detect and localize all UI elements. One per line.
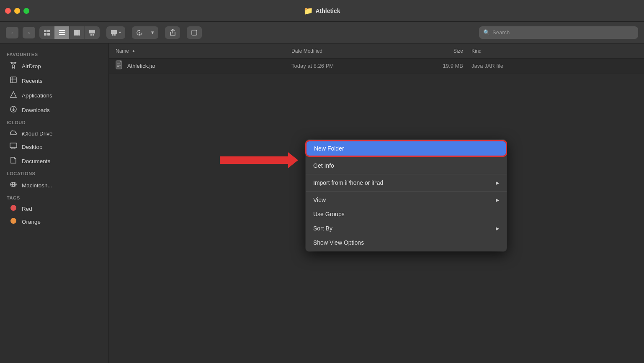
search-icon: 🔍	[483, 29, 490, 36]
file-area: Name ▲ Date Modified Size Kind	[109, 43, 644, 363]
forward-button[interactable]: ›	[23, 27, 35, 38]
icloud-label: iCloud	[0, 118, 108, 127]
svg-rect-0	[44, 30, 46, 32]
sidebar: Favourites AirDrop Recents	[0, 43, 109, 363]
context-menu-divider	[306, 191, 507, 192]
svg-rect-11	[90, 34, 92, 36]
column-view-button[interactable]	[70, 26, 85, 39]
action-button[interactable]	[132, 26, 147, 39]
svg-rect-12	[93, 34, 94, 36]
action-chevron-button[interactable]: ▾	[147, 26, 158, 39]
svg-rect-4	[59, 30, 65, 31]
context-menu-item-get-info[interactable]: Get Info	[306, 158, 507, 173]
context-menu-item-label: Import from iPhone or iPad	[313, 179, 383, 186]
red-tag-icon	[9, 205, 18, 212]
view-mode-buttons	[39, 26, 100, 39]
svg-rect-1	[47, 30, 50, 32]
toolbar: ‹ ›	[0, 22, 644, 43]
maximize-button[interactable]	[23, 8, 29, 14]
svg-point-20	[12, 65, 15, 67]
gallery-options-button[interactable]: ▾	[106, 26, 125, 39]
sidebar-item-documents[interactable]: Documents	[3, 154, 106, 168]
context-menu-item-import-iphone[interactable]: Import from iPhone or iPad ▶	[306, 176, 507, 190]
submenu-arrow-icon: ▶	[496, 226, 499, 231]
tags-label: Tags	[0, 193, 108, 202]
window-controls	[5, 8, 29, 14]
folder-icon: 📁	[304, 6, 313, 15]
action-group: ▾	[132, 26, 158, 39]
sidebar-item-label: Downloads	[22, 107, 50, 113]
sidebar-item-airdrop[interactable]: AirDrop	[3, 59, 106, 73]
chevron-down-icon: ▾	[151, 29, 154, 36]
icloud-drive-icon	[9, 130, 18, 137]
sidebar-item-icloud-drive[interactable]: iCloud Drive	[3, 127, 106, 140]
column-headers: Name ▲ Date Modified Size Kind	[109, 43, 644, 59]
file-date: Today at 8:26 PM	[291, 63, 396, 69]
svg-point-16	[139, 32, 140, 33]
file-kind: Java JAR file	[471, 63, 637, 69]
search-input[interactable]	[492, 29, 634, 36]
col-header-kind[interactable]: Kind	[471, 48, 637, 54]
sort-arrow-icon: ▲	[131, 49, 136, 53]
svg-rect-2	[44, 33, 46, 36]
sidebar-item-label: Red	[22, 206, 32, 212]
list-view-button[interactable]	[54, 26, 70, 39]
col-header-date[interactable]: Date Modified	[291, 48, 396, 54]
gallery-view-button[interactable]	[85, 26, 100, 39]
title-bar: 📁 Athletick	[0, 0, 644, 22]
sidebar-item-label: Macintosh...	[22, 182, 52, 189]
svg-rect-7	[74, 30, 76, 36]
window-title-area: 📁 Athletick	[304, 6, 340, 15]
svg-rect-25	[10, 143, 17, 148]
macintosh-icon	[9, 181, 18, 190]
sidebar-item-recents[interactable]: Recents	[3, 74, 106, 88]
sidebar-item-macintosh[interactable]: Macintosh...	[3, 178, 106, 192]
sidebar-item-red[interactable]: Red	[3, 202, 106, 215]
back-button[interactable]: ‹	[6, 27, 18, 38]
sidebar-item-label: iCloud Drive	[22, 130, 53, 137]
file-name-cell: Athletick.jar	[116, 60, 291, 72]
search-bar[interactable]: 🔍	[479, 26, 638, 39]
tag-button[interactable]	[187, 26, 202, 39]
sidebar-item-label: Documents	[22, 158, 50, 164]
svg-rect-13	[111, 30, 117, 34]
window-title: Athletick	[315, 8, 340, 14]
svg-rect-21	[10, 77, 16, 83]
minimize-button[interactable]	[14, 8, 20, 14]
svg-rect-32	[117, 64, 120, 64]
icon-view-button[interactable]	[39, 26, 54, 39]
context-menu-item-label: Sort By	[313, 225, 332, 232]
context-menu-item-label: View	[313, 197, 326, 203]
main-content: Favourites AirDrop Recents	[0, 43, 644, 363]
sidebar-item-applications[interactable]: Applications	[3, 88, 106, 102]
sidebar-item-label: Recents	[22, 78, 43, 84]
table-row[interactable]: Athletick.jar Today at 8:26 PM 19.9 MB J…	[109, 59, 644, 74]
col-header-name[interactable]: Name ▲	[116, 48, 291, 54]
context-menu-divider	[306, 157, 507, 157]
svg-rect-33	[117, 65, 121, 66]
context-menu-item-sort-by[interactable]: Sort By ▶	[306, 221, 507, 235]
desktop-icon	[9, 143, 18, 151]
submenu-arrow-icon: ▶	[496, 197, 499, 203]
close-button[interactable]	[5, 8, 11, 14]
col-header-size[interactable]: Size	[396, 48, 471, 54]
context-menu-item-use-groups[interactable]: Use Groups	[306, 207, 507, 221]
context-menu-item-new-folder[interactable]: New Folder	[307, 141, 506, 156]
sidebar-item-downloads[interactable]: Downloads	[3, 103, 106, 117]
sidebar-item-orange[interactable]: Orange	[3, 215, 106, 228]
context-menu-item-show-view-options[interactable]: Show View Options	[306, 235, 507, 250]
jar-file-icon	[116, 60, 124, 72]
sidebar-item-desktop[interactable]: Desktop	[3, 140, 106, 153]
svg-rect-9	[78, 30, 80, 36]
context-menu-item-view[interactable]: View ▶	[306, 193, 507, 207]
recents-icon	[9, 76, 18, 85]
svg-rect-3	[47, 33, 50, 36]
share-button[interactable]	[165, 26, 180, 39]
submenu-arrow-icon: ▶	[496, 180, 499, 186]
gallery-options-group: ▾	[106, 26, 125, 39]
svg-rect-8	[76, 30, 78, 36]
applications-icon	[9, 91, 18, 100]
sidebar-item-label: AirDrop	[22, 63, 41, 69]
downloads-icon	[9, 105, 18, 115]
svg-rect-19	[192, 30, 197, 35]
